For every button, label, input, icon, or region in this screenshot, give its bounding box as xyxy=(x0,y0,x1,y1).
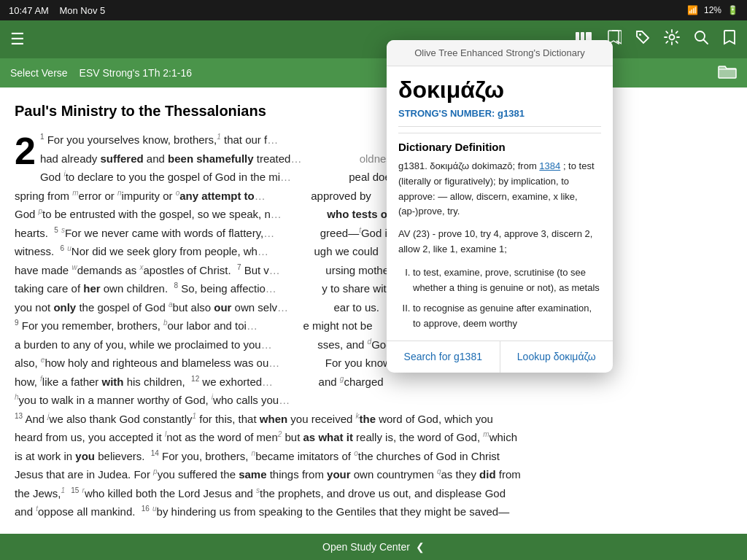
strongs-label-text: STRONG'S NUMBER: xyxy=(398,108,495,119)
battery-icon: 🔋 xyxy=(727,5,738,15)
bottom-bar[interactable]: Open Study Center ❮ xyxy=(0,534,747,560)
dict-greek-word: δοκιμάζω xyxy=(398,77,601,104)
search-strongs-button[interactable]: Search for g1381 xyxy=(387,341,500,373)
menu-icon[interactable]: ☰ xyxy=(10,30,25,49)
bible-content: Paul's Ministry to the Thessalonians 2 1… xyxy=(0,88,747,534)
svg-point-3 xyxy=(639,34,641,36)
status-time: 10:47 AM xyxy=(9,5,49,16)
search-icon[interactable] xyxy=(693,29,709,50)
nav-reference: ESV Strong's 1Th 2:1-16 xyxy=(80,67,192,79)
add-bookmark-icon[interactable] xyxy=(722,29,737,50)
select-verse-button[interactable]: Select Verse xyxy=(10,67,68,79)
strongs-number[interactable]: g1381 xyxy=(498,108,525,119)
dict-list-item-1: to test, examine, prove, scrutinise (to … xyxy=(413,265,601,296)
folder-icon[interactable] xyxy=(718,63,737,83)
open-study-center-label: Open Study Center xyxy=(322,541,410,553)
back-arrow-icon: ❮ xyxy=(416,541,425,553)
passage-title: Paul's Ministry to the Thessalonians xyxy=(15,99,732,123)
svg-point-4 xyxy=(670,35,675,40)
dict-list-item-2: to recognise as genuine after examinatio… xyxy=(413,300,601,332)
dict-def-title: Dictionary Definition xyxy=(398,133,601,153)
settings-icon[interactable] xyxy=(664,29,680,50)
dict-body: δοκιμάζω STRONG'S NUMBER: g1381 Dictiona… xyxy=(387,66,613,332)
nav-right xyxy=(718,63,737,83)
dict-header: Olive Tree Enhanced Strong's Dictionary xyxy=(387,40,613,66)
nav-bar: Select Verse ESV Strong's 1Th 2:1-16 xyxy=(0,58,747,88)
dict-list: to test, examine, prove, scrutinise (to … xyxy=(398,265,601,332)
top-toolbar: ☰ xyxy=(0,20,747,58)
def-link[interactable]: 1384 xyxy=(539,160,560,171)
verse-num-1: 1 xyxy=(40,133,44,141)
battery-level: 12% xyxy=(704,5,721,15)
def-body-text: g1381. δοκιμάζω dokimazō; from xyxy=(398,160,537,171)
status-date: Mon Nov 5 xyxy=(59,5,105,16)
dict-strongs-label: STRONG'S NUMBER: g1381 xyxy=(398,108,601,119)
status-indicators: 📶 12% 🔋 xyxy=(687,5,738,15)
tag-icon[interactable] xyxy=(635,29,651,50)
dict-title: Olive Tree Enhanced Strong's Dictionary xyxy=(414,47,585,58)
passage-text: 2 1 For you yourselves know, brothers,1 … xyxy=(15,131,732,521)
status-time-date: 10:47 AM Mon Nov 5 xyxy=(9,5,105,16)
dict-footer: Search for g1381 Lookup δοκιμάζω xyxy=(387,341,613,373)
dictionary-popup: Olive Tree Enhanced Strong's Dictionary … xyxy=(387,40,613,373)
wifi-icon: 📶 xyxy=(687,5,698,15)
dict-def-body: g1381. δοκιμάζω dokimazō; from 1384 ; to… xyxy=(398,159,601,219)
chapter-number: 2 xyxy=(15,132,36,170)
dict-av-text: AV (23) - prove 10, try 4, approve 3, di… xyxy=(398,227,601,257)
status-bar: 10:47 AM Mon Nov 5 📶 12% 🔋 xyxy=(0,0,747,20)
toolbar-left: ☰ xyxy=(10,30,25,49)
lookup-word-button[interactable]: Lookup δοκιμάζω xyxy=(500,341,614,373)
